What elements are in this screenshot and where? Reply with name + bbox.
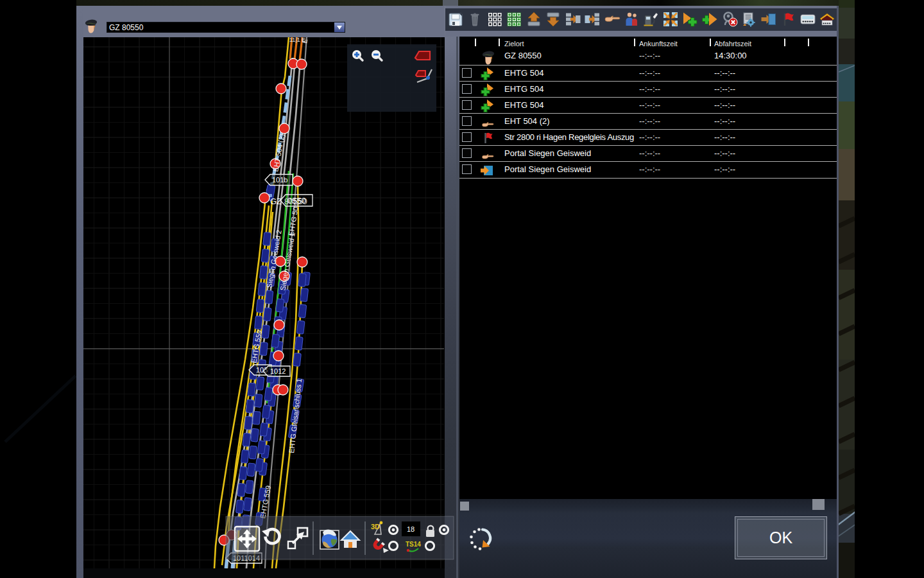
svg-text:3D: 3D [371,523,380,530]
svg-text:0550: 0550 [287,196,306,206]
svg-text:18: 18 [407,525,415,533]
svg-text:11|1 E: 11|1 E [289,37,305,43]
svg-text:1012: 1012 [270,367,286,375]
svg-text:101b: 101b [272,176,287,184]
svg-text:TS14: TS14 [406,541,421,548]
